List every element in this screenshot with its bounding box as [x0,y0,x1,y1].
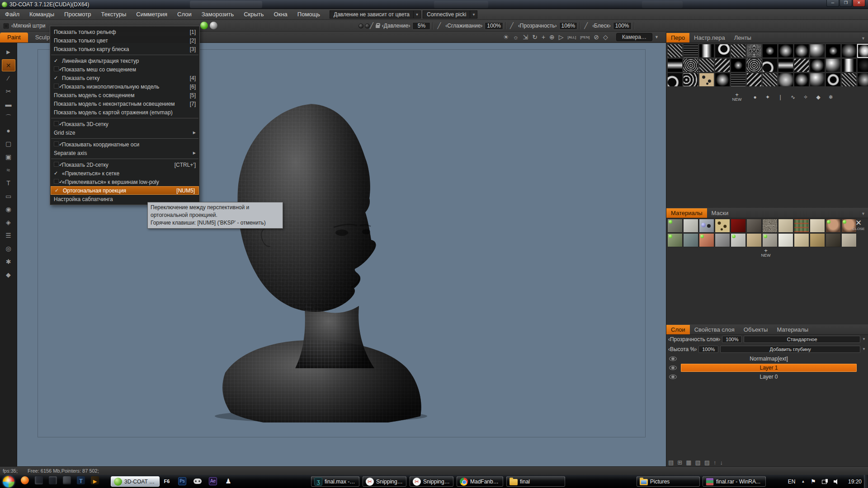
brush-thumb[interactable] [794,73,809,87]
panel-tab[interactable]: Настр.пера [689,33,730,42]
app-icon-1[interactable] [35,476,43,484]
material-thumb[interactable] [715,219,730,233]
cut-tool-icon[interactable]: ✂ [2,85,15,98]
material-thumb[interactable] [746,233,762,247]
maximize-button[interactable]: ❐ [840,0,852,7]
collapse-icon[interactable]: ▼ [861,36,865,41]
brush-thumb[interactable] [794,44,809,58]
specular-sphere-icon[interactable] [210,22,217,29]
menu-item[interactable]: ✓ «Приклеиться» к сетке [50,169,199,178]
fill-tool-icon[interactable]: ▣ [2,151,15,163]
frame-pen-icon[interactable]: [PEN] [580,33,590,41]
toolbar-slider[interactable]: ╱ ‹Давление› 5% [370,22,433,30]
brush-thumb[interactable] [762,44,778,58]
brush-thumb[interactable] [746,58,762,72]
menu-item[interactable]: ✓ Separate axis ▶ [50,149,199,157]
app-icon-5[interactable] [91,476,99,484]
material-thumb[interactable] [778,233,793,247]
gamepad-icon[interactable] [193,479,202,484]
brush-thumb[interactable] [715,73,730,87]
gem-tool-icon[interactable]: ◈ [2,216,15,229]
eye-visibility-icon[interactable] [669,357,677,361]
opacity-value[interactable]: 100% [722,336,742,343]
sun-light-icon[interactable]: ☀ [503,33,509,41]
layer-op-icon[interactable]: ▧ [695,459,701,466]
diamond-tool-icon[interactable]: ◆ [2,269,15,281]
menu-item[interactable]: ✓ Показать 3D-сетку [50,120,199,128]
layer-op-icon[interactable]: ▤ [668,459,674,466]
rect-tool-icon[interactable]: ▢ [2,138,15,150]
brush-thumb[interactable] [731,44,746,58]
brush-thumb[interactable] [826,44,841,58]
task-folder-pictures[interactable]: Pictures [637,476,700,487]
brush-thumb[interactable] [762,73,778,87]
task-snipping-tool-2[interactable]: Snipping Tool [410,476,453,487]
material-thumb[interactable] [667,233,683,247]
after-effects-icon[interactable] [209,477,217,485]
cube-view-icon[interactable]: ◇ [603,33,608,41]
height-value[interactable]: 100% [698,346,718,353]
panel-tab[interactable]: Свойства слоя [690,325,739,334]
menubar-item[interactable]: Окна [269,9,292,20]
menu-item[interactable]: ✓ Показать низкополигональную модель [6] [50,82,199,91]
panel-tab[interactable]: Материалы [666,208,707,218]
material-thumb[interactable] [841,233,857,247]
material-thumb[interactable] [826,219,841,233]
brush-thumb[interactable] [841,73,857,87]
text-tool-icon[interactable]: T [2,177,15,189]
brush-thumb[interactable] [667,73,683,87]
brush-thumb[interactable] [746,44,762,58]
material-thumb[interactable] [715,233,730,247]
depth-mode-dropdown[interactable]: Добавить глубину [720,346,860,353]
task-browser[interactable]: MadFanboy Foru... [457,476,503,487]
layer-row[interactable]: Layer 0 [666,372,868,381]
layer-row[interactable]: Normalmap[ext] [666,354,868,363]
menubar-item[interactable]: Симметрия [131,9,172,20]
menu-item[interactable]: ✓ Показать только рельеф [1] [50,28,199,36]
brush-thumb[interactable] [731,58,746,72]
brush-thumb[interactable] [794,58,809,72]
eye-visibility-icon[interactable] [669,375,677,379]
task-folder-final[interactable]: final [506,476,565,487]
menu-item[interactable]: ✓ [50,157,199,160]
brush-extra-icon[interactable]: ● [749,94,761,100]
task-3dcoat-active[interactable]: 3D-COAT 3.7.12E... [111,476,160,487]
chevron-down-icon[interactable]: ▼ [655,35,659,39]
action-center-flag-icon[interactable]: ⚑ [811,478,816,485]
layer-op-icon[interactable]: ⊞ [677,459,682,466]
brush-thumb[interactable] [778,73,793,87]
sphere-tool-icon[interactable]: ● [2,125,15,137]
menu-item[interactable]: ✓ Показать модель с картой отражения (en… [50,108,199,117]
brush-thumb[interactable] [667,58,683,72]
app-icon-2[interactable] [49,476,57,484]
menubar-item[interactable]: Заморозить [197,9,239,20]
brush-tool-icon[interactable]: ∕ [2,72,15,84]
color-sphere-icon[interactable] [200,22,208,29]
brush-thumb[interactable] [778,58,793,72]
menubar-item[interactable]: Слои [172,9,197,20]
slider-value[interactable]: 100% [613,22,632,30]
menu-item[interactable]: ✓ Показать модель с неконтрастным освеще… [50,99,199,108]
panel-tab[interactable]: Объекты [739,325,773,334]
zoom-view-icon[interactable]: ⊕ [549,33,555,41]
layer-op-icon[interactable]: ↑ [713,459,717,466]
menubar-item[interactable]: Просмотр [59,9,96,20]
menubar-item[interactable]: Помощь [292,9,325,20]
material-thumb[interactable] [826,233,841,247]
brush-thumb[interactable] [826,58,841,72]
chevron-down-icon[interactable]: ▼ [862,337,867,341]
brush-thumb[interactable] [746,73,762,87]
menu-item[interactable]: ✓ Показать только карту блеска [3] [50,45,199,53]
menu-item[interactable]: ✓ Показать 2D-сетку [CTRL+'] [50,160,199,169]
soft-stroke-checkbox[interactable] [4,23,9,28]
brush-extra-icon[interactable]: ◆ [812,94,825,100]
panel-tab[interactable]: Перо [666,33,689,42]
menu-item[interactable]: ✓ Линейная фильтрация текстур [50,56,199,65]
smooth-tool-icon[interactable]: ≈ [2,164,15,176]
chevron-down-icon[interactable]: ▼ [414,10,421,19]
panel-tab[interactable]: Ленты [730,33,756,42]
brush-extra-icon[interactable]: ✦ [761,94,774,100]
swatch-icon[interactable] [359,23,363,28]
material-thumb[interactable] [794,233,809,247]
material-thumb[interactable] [794,219,809,233]
